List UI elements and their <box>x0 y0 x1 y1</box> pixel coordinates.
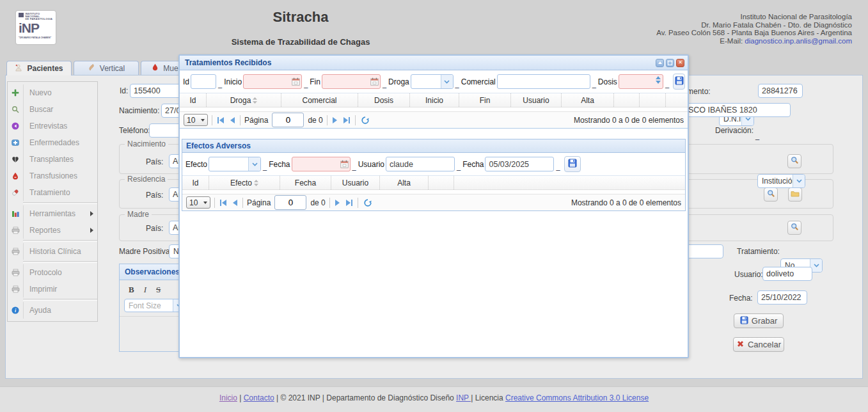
tratamiento-save-button[interactable] <box>673 74 685 90</box>
comercial-input[interactable] <box>497 74 590 89</box>
calendar-icon[interactable] <box>370 77 379 88</box>
logo-mark: iNP <box>19 21 53 35</box>
minimize-button[interactable] <box>656 59 664 67</box>
interview-icon <box>8 122 23 130</box>
sidebar-item-enfermedades[interactable]: Enfermedades <box>8 134 97 151</box>
tab-pacientes[interactable]: Pacientes <box>6 61 72 75</box>
domicilio-input[interactable] <box>684 103 791 117</box>
next-page-button[interactable] <box>331 117 338 123</box>
trat-id-input[interactable] <box>191 74 216 89</box>
refresh-button[interactable] <box>362 198 374 207</box>
sidebar-item-herramientas[interactable]: Herramientas <box>8 205 97 222</box>
sidebar-item-imprimir[interactable]: Imprimir <box>8 281 97 297</box>
efecto-fecha2-input[interactable] <box>485 157 554 171</box>
tab-vertical[interactable]: Vertical <box>74 61 139 75</box>
col-alta: Alta <box>562 93 614 107</box>
sidebar-item-ayuda[interactable]: i Ayuda <box>8 302 97 319</box>
sidebar-separator <box>23 299 97 301</box>
efecto-save-button[interactable] <box>564 156 581 172</box>
sidebar-separator <box>23 261 97 263</box>
derivacion-select[interactable]: Institución <box>757 174 805 188</box>
calendar-icon[interactable] <box>292 77 300 88</box>
madre-positiva-label: Madre Positiva: <box>119 247 172 256</box>
org-line1: Instituto Nacional de Parasitología <box>656 13 852 21</box>
sidebar-item-nuevo[interactable]: Nuevo <box>8 84 97 101</box>
sidebar-item-transfusiones[interactable]: Transfusiones <box>8 168 97 184</box>
sidebar-item-tratamiento[interactable]: Tratamiento <box>8 184 97 201</box>
trat-dosis-label: Dosis <box>598 77 617 86</box>
calendar-icon[interactable] <box>340 160 349 170</box>
prev-page-button[interactable] <box>229 117 236 123</box>
efecto-usuario-input[interactable] <box>386 157 455 171</box>
tratamientos-pager: 10 Página de 0 Mostrando 0 a 0 de 0 elem… <box>180 111 688 129</box>
sidebar-item-entrevistas[interactable]: Entrevistas <box>8 118 97 134</box>
page-size-select[interactable]: 10 <box>184 114 208 126</box>
buscar-localidad-residencia-button[interactable] <box>764 187 778 202</box>
bold-button[interactable]: B <box>129 285 134 295</box>
printer-icon <box>8 226 23 234</box>
col-empty <box>666 93 688 107</box>
documento-numero-input[interactable] <box>758 84 803 98</box>
last-page-button[interactable] <box>342 117 351 123</box>
usuario-input[interactable] <box>762 267 812 281</box>
first-page-button[interactable] <box>219 200 228 206</box>
droga-select[interactable] <box>411 74 454 89</box>
page-size-select[interactable]: 10 <box>186 196 210 209</box>
footer-contacto-link[interactable]: Contacto <box>244 393 274 402</box>
sidebar-item-label: Transplantes <box>23 151 97 168</box>
page-of-label: de 0 <box>308 116 322 125</box>
magnifier-icon <box>791 156 799 166</box>
cancelar-button[interactable]: Cancelar <box>733 337 784 352</box>
efecto-select[interactable] <box>209 157 261 171</box>
page-number-input[interactable] <box>272 113 304 127</box>
close-button[interactable]: ✕ <box>676 59 684 67</box>
prev-page-button[interactable] <box>232 200 239 206</box>
sidebar-item-historia-clinica[interactable]: Historia Clínica <box>8 243 97 260</box>
buscar-localidad-nacimiento-button[interactable] <box>787 154 801 168</box>
refresh-button[interactable] <box>359 116 371 125</box>
sort-icon <box>254 180 258 186</box>
select-arrow-icon <box>203 202 207 204</box>
sidebar-item-reportes[interactable]: Reportes <box>8 222 97 239</box>
sidebar-item-protocolo[interactable]: Protocolo <box>8 264 97 281</box>
usuario-label: Usuario: <box>734 270 763 279</box>
chevron-down-icon <box>793 175 805 187</box>
first-page-button[interactable] <box>216 117 225 123</box>
email-link[interactable]: diagnostico.inp.anlis@gmail.com <box>745 37 852 45</box>
footer-license-link[interactable]: Creative Commons Attribution 3.0 License <box>505 393 649 402</box>
footer-inp-link[interactable]: INP <box>456 393 471 402</box>
historial-residencia-button[interactable] <box>788 187 802 202</box>
pagina-label: Página <box>244 116 268 125</box>
spinner-down-icon[interactable] <box>656 81 661 84</box>
app-root: INSTITUTO NACIONAL DE PARASITOLOGIA iNP … <box>0 0 868 412</box>
col-efecto[interactable]: Efecto <box>209 176 280 189</box>
institute-info: Instituto Nacional de Parasitología Dr. … <box>656 13 852 45</box>
spinner-up-icon[interactable] <box>656 76 661 79</box>
font-size-select[interactable]: Font Size <box>124 299 185 312</box>
grabar-button[interactable]: Grabar <box>734 313 784 328</box>
page-number-input[interactable] <box>274 195 306 210</box>
buscar-localidad-madre-button[interactable] <box>787 221 801 235</box>
patient-icon <box>15 64 22 74</box>
printer-icon <box>8 269 23 276</box>
submenu-arrow-icon <box>90 211 93 216</box>
close-icon: ✕ <box>678 60 683 65</box>
col-droga[interactable]: Droga <box>207 93 281 107</box>
sidebar-item-label: Protocolo <box>23 264 97 281</box>
footer-inicio-link[interactable]: Inicio <box>219 393 237 402</box>
col-dosis: Dosis <box>358 93 410 107</box>
strikethrough-button[interactable]: S <box>156 285 161 295</box>
efectos-adversos-title: Efectos Adversos <box>182 139 685 153</box>
next-page-button[interactable] <box>334 200 341 206</box>
sidebar-item-buscar[interactable]: Buscar <box>8 101 97 118</box>
last-page-button[interactable] <box>345 200 354 206</box>
trat-droga-label: Droga <box>388 77 409 86</box>
tratamientos-recibidos-dialog: Tratamientos Recibidos ✕ Id _ Inicio _ F… <box>178 54 689 358</box>
sidebar-item-transplantes[interactable]: Transplantes <box>8 151 97 168</box>
trat-comercial-label: Comercial <box>461 77 496 86</box>
fecha-input[interactable] <box>757 290 807 305</box>
maximize-button[interactable] <box>666 59 674 67</box>
sidebar-item-label: Historia Clínica <box>23 243 97 260</box>
italic-button[interactable]: I <box>144 285 146 295</box>
tratamiento-label: Tratamiento: <box>737 247 780 256</box>
